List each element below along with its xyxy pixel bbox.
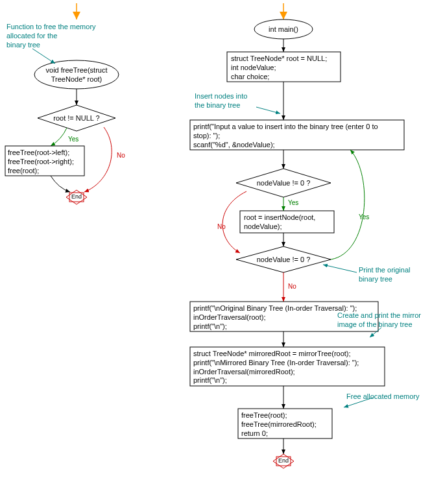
process-free: freeTree(root); freeTree(mirroredRoot); … (241, 411, 331, 438)
decision-nodevalue-1: nodeValue != 0 ? (249, 179, 318, 188)
annotation-mirror: Create and print the mirror image of the… (337, 311, 432, 330)
process-free-children: freeTree(root->left); freeTree(root->rig… (8, 149, 83, 175)
end-right: End (276, 457, 291, 464)
end-left: End (69, 193, 84, 200)
edge-no-left: No (117, 152, 125, 159)
annotation-free: Free allocated memory (346, 392, 431, 402)
terminal-main: int main() (259, 25, 307, 34)
decision-root-null: root != NULL ? (45, 114, 108, 123)
terminal-freetree: void freeTree(struct TreeNode* root) (38, 66, 115, 84)
process-declarations: struct TreeNode* root = NULL; int nodeVa… (231, 54, 338, 81)
annotation-freetree: Function to free the memory allocated fo… (6, 23, 110, 49)
annotation-print-original: Print the original binary tree (359, 266, 424, 284)
edge-no-cond2: No (288, 283, 296, 290)
edge-yes-left: Yes (68, 136, 78, 143)
svg-line-7 (32, 49, 55, 64)
annotation-insert: Insert nodes into the binary tree (195, 92, 266, 110)
process-prompt: printf("Input a value to insert into the… (193, 123, 401, 149)
edge-yes-cond1: Yes (288, 200, 298, 206)
edge-yes-loop: Yes (359, 214, 369, 221)
decision-nodevalue-2: nodeValue != 0 ? (249, 256, 318, 265)
edge-no-cond1: No (217, 224, 226, 230)
svg-line-21 (323, 265, 357, 272)
process-mirror: struct TreeNode* mirroredRoot = mirrorTr… (193, 350, 381, 385)
process-insert: root = insertNode(root, nodeValue); (244, 213, 332, 232)
